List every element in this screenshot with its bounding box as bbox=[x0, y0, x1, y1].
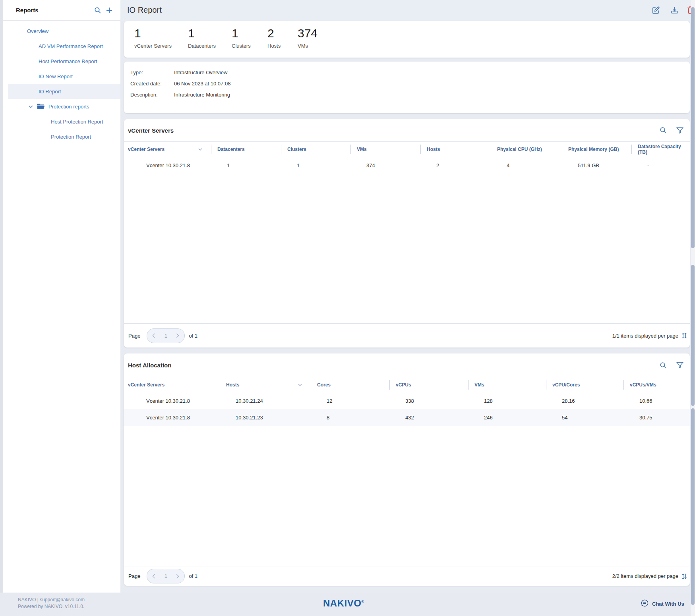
page-stepper: 1 bbox=[147, 328, 185, 343]
detail-row-type: Type: Infrastructure Overview bbox=[130, 67, 690, 78]
current-page-value[interactable]: 1 bbox=[165, 333, 167, 339]
sidebar-item-ad-vm-performance-report[interactable]: AD VM Performance Report bbox=[3, 39, 120, 54]
detail-label: Description: bbox=[130, 92, 174, 98]
cell-host: 10.30.21.23 bbox=[220, 415, 311, 421]
column-header-hosts[interactable]: Hosts bbox=[420, 142, 491, 157]
cell-datastore-capacity: - bbox=[631, 162, 690, 168]
column-header-cores[interactable]: Cores bbox=[311, 377, 389, 392]
column-header-vcpu-cores[interactable]: vCPU/Cores bbox=[546, 377, 623, 392]
scrollbar-thumb[interactable] bbox=[691, 408, 695, 605]
stat-value: 1 bbox=[232, 27, 267, 40]
search-icon[interactable] bbox=[660, 127, 667, 134]
column-header-hosts[interactable]: Hosts bbox=[220, 377, 311, 392]
sort-chevron-icon[interactable] bbox=[298, 384, 302, 386]
column-header-datastore-capacity[interactable]: Datastore Capacity (TB) bbox=[631, 142, 690, 157]
host-card-header: Host Allocation bbox=[124, 353, 690, 377]
reports-sidebar: Reports Overview AD VM Performance Repor… bbox=[3, 0, 120, 593]
filter-icon[interactable] bbox=[676, 362, 683, 369]
add-report-icon[interactable] bbox=[106, 7, 113, 14]
scrollbar-thumb[interactable] bbox=[691, 7, 695, 248]
stat-label: Datacenters bbox=[188, 43, 232, 49]
reports-tree: Overview AD VM Performance Report Host P… bbox=[3, 21, 120, 144]
stat-label: vCenter Servers bbox=[134, 43, 188, 49]
cell-datacenters: 1 bbox=[211, 162, 281, 168]
column-header-clusters[interactable]: Clusters bbox=[281, 142, 350, 157]
detail-value: Infrastructure Monitoring bbox=[174, 92, 230, 98]
cell-vcpus: 338 bbox=[389, 398, 468, 404]
sidebar-folder-protection-reports[interactable]: Protection reports bbox=[3, 99, 120, 114]
cell-cores: 12 bbox=[311, 398, 389, 404]
vcenter-servers-card: vCenter Servers vCenter Servers bbox=[124, 119, 690, 348]
page-title: IO Report bbox=[127, 6, 162, 15]
stat-vcenter-servers: 1 vCenter Servers bbox=[134, 27, 188, 58]
detail-row-description: Description: Infrastructure Monitoring bbox=[130, 89, 690, 100]
search-icon[interactable] bbox=[94, 7, 101, 14]
sidebar-item-host-performance-report[interactable]: Host Performance Report bbox=[3, 54, 120, 69]
detail-row-created-date: Created date: 06 Nov 2023 at 10:07:08 bbox=[130, 78, 690, 89]
table-row: Vcenter 10.30.21.8 10.30.21.24 12 338 12… bbox=[124, 392, 690, 409]
cell-physical-memory: 511.9 GB bbox=[562, 162, 631, 168]
next-page-icon[interactable] bbox=[176, 574, 179, 579]
cell-vcpus-vms: 10.66 bbox=[623, 398, 690, 404]
detail-label: Created date: bbox=[130, 81, 174, 87]
page-label: Page bbox=[128, 333, 140, 339]
vcenter-table-header: vCenter Servers Datacenters Clusters VMs… bbox=[124, 142, 690, 157]
vcenter-card-header: vCenter Servers bbox=[124, 119, 690, 142]
table-row: Vcenter 10.30.21.8 1 1 374 2 4 511.9 GB … bbox=[124, 157, 690, 174]
stat-label: Hosts bbox=[267, 43, 298, 49]
column-header-vms[interactable]: VMs bbox=[350, 142, 420, 157]
current-page-value[interactable]: 1 bbox=[165, 573, 167, 579]
report-details-card: Type: Infrastructure Overview Created da… bbox=[124, 62, 690, 113]
items-per-page-icon[interactable] bbox=[681, 573, 687, 579]
left-edge-rail bbox=[0, 0, 3, 593]
cell-clusters: 1 bbox=[281, 162, 350, 168]
cell-cores: 8 bbox=[311, 415, 389, 421]
column-header-physical-memory[interactable]: Physical Memory (GB) bbox=[562, 142, 631, 157]
cell-physical-cpu: 4 bbox=[491, 162, 562, 168]
prev-page-icon[interactable] bbox=[152, 574, 155, 579]
next-page-icon[interactable] bbox=[176, 333, 179, 338]
host-card-title: Host Allocation bbox=[128, 362, 171, 369]
delete-report-icon[interactable] bbox=[687, 6, 691, 15]
page-of-label: of 1 bbox=[189, 333, 197, 339]
sidebar-item-io-report[interactable]: IO Report bbox=[8, 84, 120, 99]
stat-clusters: 1 Clusters bbox=[232, 27, 267, 58]
filter-icon[interactable] bbox=[676, 127, 683, 134]
app-footer: NAKIVO | support@nakivo.com Powered by N… bbox=[0, 593, 695, 616]
detail-label: Type: bbox=[130, 70, 174, 75]
scrollbar-thumb[interactable] bbox=[691, 265, 695, 406]
stat-value: 1 bbox=[188, 27, 232, 40]
export-report-icon[interactable] bbox=[670, 6, 679, 14]
chevron-down-icon[interactable] bbox=[29, 105, 33, 108]
column-header-vcpus[interactable]: vCPUs bbox=[389, 377, 468, 392]
page-of-label: of 1 bbox=[189, 573, 197, 579]
stat-value: 1 bbox=[134, 27, 188, 40]
column-header-vms[interactable]: VMs bbox=[468, 377, 546, 392]
items-per-page-icon[interactable] bbox=[681, 332, 687, 339]
column-header-vcpus-vms[interactable]: vCPUs/VMs bbox=[623, 377, 690, 392]
cell-vcpus-vms: 30.75 bbox=[623, 415, 690, 421]
column-header-vcenter-servers[interactable]: vCenter Servers bbox=[124, 377, 220, 392]
sidebar-title: Reports bbox=[16, 7, 94, 14]
sidebar-item-overview[interactable]: Overview bbox=[3, 23, 120, 39]
prev-page-icon[interactable] bbox=[152, 333, 155, 338]
column-header-datacenters[interactable]: Datacenters bbox=[211, 142, 281, 157]
sort-chevron-icon[interactable] bbox=[198, 148, 202, 151]
cell-vcenter: Vcenter 10.30.21.8 bbox=[124, 162, 211, 168]
sidebar-item-io-new-report[interactable]: IO New Report bbox=[3, 69, 120, 84]
chat-with-us-button[interactable]: Chat With Us bbox=[641, 599, 684, 608]
cell-host: 10.30.21.24 bbox=[220, 398, 311, 404]
items-per-page-label: 2/2 items displayed per page bbox=[612, 573, 678, 579]
search-icon[interactable] bbox=[660, 362, 667, 369]
footer-powered-line: Powered by NAKIVO. v10.11.0. bbox=[18, 603, 85, 610]
chat-bubble-icon bbox=[641, 599, 649, 608]
footer-info: NAKIVO | support@nakivo.com Powered by N… bbox=[18, 597, 85, 610]
column-header-vcenter-servers[interactable]: vCenter Servers bbox=[124, 142, 211, 157]
host-table-header: vCenter Servers Hosts Cores vCPUs VMs vC… bbox=[124, 377, 690, 392]
sidebar-folder-label: Protection reports bbox=[48, 104, 89, 110]
cell-vcpu-cores: 28.16 bbox=[546, 398, 623, 404]
sidebar-item-host-protection-report[interactable]: Host Protection Report bbox=[3, 114, 120, 129]
sidebar-item-protection-report[interactable]: Protection Report bbox=[3, 129, 120, 144]
edit-report-icon[interactable] bbox=[652, 6, 660, 14]
column-header-physical-cpu[interactable]: Physical CPU (GHz) bbox=[491, 142, 562, 157]
